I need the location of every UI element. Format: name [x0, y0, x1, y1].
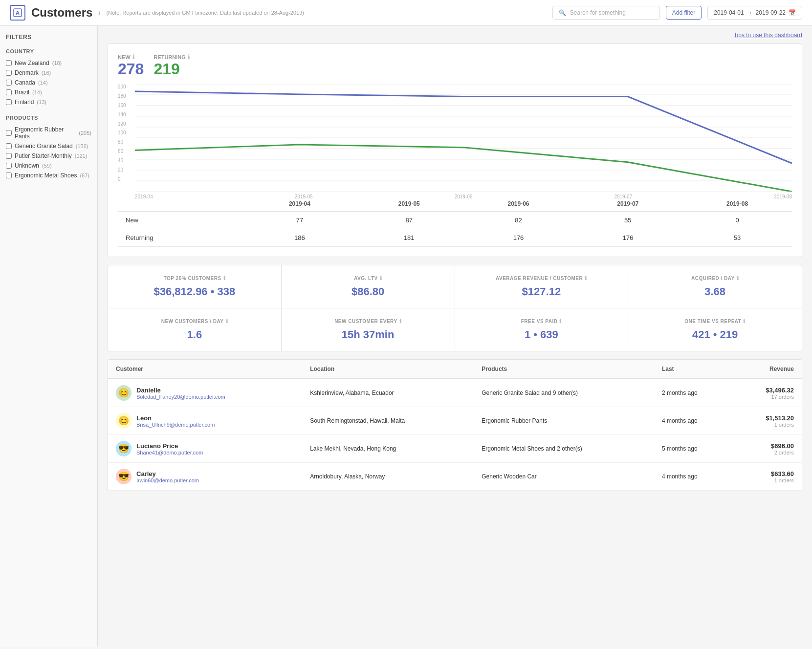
- stat-newday-label: NEW CUSTOMERS / DAY ℹ: [113, 318, 276, 324]
- stat-newevery-info[interactable]: ℹ: [399, 318, 402, 324]
- table-row[interactable]: 😊 Leon Brisa_Ullrich9@demo.putler.com So…: [108, 407, 802, 435]
- search-icon: 🔍: [559, 9, 566, 16]
- product-filter-item[interactable]: Ergonomic Metal Shoes (67): [6, 171, 91, 180]
- product-count: (156): [76, 143, 88, 149]
- stat-arpc-info[interactable]: ℹ: [585, 275, 587, 281]
- stat-newevery: NEW CUSTOMER EVERY ℹ 15h 37min: [282, 308, 455, 351]
- stat-acqday-info[interactable]: ℹ: [737, 275, 739, 281]
- title-info-icon[interactable]: ℹ: [98, 10, 100, 16]
- cell-new-aug: 0: [682, 212, 792, 229]
- customer-info: 😊 Leon Brisa_Ullrich9@demo.putler.com: [116, 413, 294, 429]
- col-last: Last: [654, 360, 734, 379]
- country-filter-list: New Zealand (18) Denmark (16) Canada (14…: [6, 58, 91, 107]
- add-filter-button[interactable]: Add filter: [666, 6, 702, 20]
- stat-ltv-label: AVG. LTV ℹ: [286, 275, 450, 281]
- location-cell: Lake Mekhi, Nevada, Hong Kong: [302, 435, 474, 463]
- returning-info-icon[interactable]: ℹ: [188, 54, 190, 60]
- stat-otvrepeat-info[interactable]: ℹ: [743, 318, 746, 324]
- country-filter-item[interactable]: Canada (14): [6, 78, 91, 87]
- stat-newevery-value: 15h 37min: [286, 328, 450, 341]
- col-location: Location: [302, 360, 474, 379]
- customers-card: Customer Location Products Last Revenue …: [108, 359, 802, 491]
- products-cell: Ergonomic Rubber Pants: [474, 407, 654, 435]
- product-filter-item[interactable]: Unknown (59): [6, 161, 91, 171]
- cell-ret-may: 181: [354, 229, 464, 247]
- product-checkbox-3[interactable]: [6, 153, 12, 159]
- stat-freepaid: FREE VS PAID ℹ 1 • 639: [455, 308, 629, 351]
- new-info-icon[interactable]: ℹ: [132, 54, 134, 60]
- svg-text:A: A: [16, 10, 20, 16]
- stat-freepaid-info[interactable]: ℹ: [559, 318, 562, 324]
- country-filter-item[interactable]: Finland (13): [6, 97, 91, 107]
- date-range-picker[interactable]: 2019-04-01 → 2019-09-22 📅: [707, 6, 802, 20]
- cell-ret-jul: 176: [573, 229, 682, 247]
- customer-details: Danielle Soledad_Fahey20@demo.putler.com: [136, 387, 225, 400]
- product-checkbox-2[interactable]: [6, 143, 12, 149]
- customer-email: Shane41@demo.putler.com: [136, 450, 203, 455]
- stat-ltv-info[interactable]: ℹ: [380, 275, 382, 281]
- product-checkbox-4[interactable]: [6, 163, 12, 169]
- country-filter-item[interactable]: New Zealand (18): [6, 58, 91, 68]
- customers-table-header: Customer Location Products Last Revenue: [108, 360, 802, 379]
- location-cell: Kshlerinview, Alabama, Ecuador: [302, 379, 474, 407]
- product-count: (59): [42, 163, 52, 169]
- country-checkbox-fi[interactable]: [6, 99, 12, 105]
- table-row[interactable]: 😎 Luciano Price Shane41@demo.putler.com …: [108, 435, 802, 463]
- product-filter-item[interactable]: Ergonomic Rubber Pants (205): [6, 125, 91, 141]
- customer-cell: 😊 Danielle Soledad_Fahey20@demo.putler.c…: [108, 379, 302, 407]
- stat-newday-info[interactable]: ℹ: [226, 318, 228, 324]
- stat-newday: NEW CUSTOMERS / DAY ℹ 1.6: [108, 308, 282, 351]
- calendar-icon[interactable]: 📅: [789, 9, 796, 16]
- product-filter-item[interactable]: Generic Granite Salad (156): [6, 141, 91, 151]
- cell-new-may: 87: [354, 212, 464, 229]
- table-row[interactable]: 😊 Danielle Soledad_Fahey20@demo.putler.c…: [108, 379, 802, 407]
- country-checkbox-ca[interactable]: [6, 80, 12, 86]
- product-name: Generic Granite Salad: [15, 143, 73, 150]
- stat-arpc-value: $127.12: [460, 285, 623, 298]
- country-filter-item[interactable]: Brazil (14): [6, 87, 91, 97]
- page-layout: FILTERS COUNTRY New Zealand (18) Denmark…: [0, 26, 812, 647]
- revenue-cell: $3,496.32 17 orders: [733, 379, 802, 407]
- tips-link[interactable]: Tips to use this dashboard: [108, 32, 802, 39]
- filters-title: FILTERS: [6, 34, 91, 41]
- product-count: (205): [79, 130, 91, 136]
- customer-info: 😎 Luciano Price Shane41@demo.putler.com: [116, 441, 294, 456]
- country-count: (13): [37, 99, 46, 105]
- stat-freepaid-label: FREE VS PAID ℹ: [460, 318, 623, 324]
- product-checkbox-1[interactable]: [6, 130, 12, 136]
- revenue-orders: 1 orders: [741, 422, 794, 428]
- stat-ltv-value: $86.80: [286, 285, 450, 298]
- revenue-amount: $696.00: [741, 442, 794, 450]
- date-end: 2019-09-22: [756, 9, 786, 16]
- stat-acqday: ACQUIRED / DAY ℹ 3.68: [628, 265, 802, 308]
- country-count: (14): [38, 80, 48, 86]
- customer-name: Luciano Price: [136, 442, 203, 450]
- stat-newevery-label: NEW CUSTOMER EVERY ℹ: [286, 318, 450, 324]
- search-placeholder: Search for something: [570, 9, 626, 16]
- country-checkbox-br[interactable]: [6, 89, 12, 95]
- avatar: 😊: [116, 413, 132, 429]
- stat-top20-info[interactable]: ℹ: [223, 275, 226, 281]
- product-name: Putler Starter-Monthly: [15, 152, 72, 159]
- country-filter-item[interactable]: Denmark (16): [6, 68, 91, 78]
- country-checkbox-nz[interactable]: [6, 60, 12, 66]
- stats-card: TOP 20% CUSTOMERS ℹ $36,812.96 • 338 AVG…: [108, 265, 802, 351]
- table-row[interactable]: 😎 Carley Irwin60@demo.putler.com Arnoldo…: [108, 463, 802, 491]
- col-revenue: Revenue: [733, 360, 802, 379]
- product-filter-item[interactable]: Putler Starter-Monthly (121): [6, 151, 91, 161]
- table-row-returning: Returning 186 181 176 176 53: [118, 229, 792, 247]
- cell-new-jun: 82: [464, 212, 573, 229]
- metrics-row: NEW ℹ 278 RETURNING ℹ 219: [118, 54, 792, 78]
- country-checkbox-dk[interactable]: [6, 70, 12, 76]
- product-name: Ergonomic Rubber Pants: [15, 126, 76, 140]
- new-label: NEW ℹ: [118, 54, 144, 60]
- customer-name: Carley: [136, 470, 199, 477]
- country-name: Canada: [15, 79, 35, 86]
- page-title: Customers: [31, 6, 92, 20]
- revenue-amount: $1,513.20: [741, 414, 794, 422]
- stats-row-1: TOP 20% CUSTOMERS ℹ $36,812.96 • 338 AVG…: [108, 265, 802, 308]
- returning-label: RETURNING ℹ: [154, 54, 189, 60]
- stat-otvrepeat-value: 421 • 219: [633, 328, 797, 341]
- search-box[interactable]: 🔍 Search for something: [552, 6, 660, 20]
- product-checkbox-5[interactable]: [6, 173, 12, 178]
